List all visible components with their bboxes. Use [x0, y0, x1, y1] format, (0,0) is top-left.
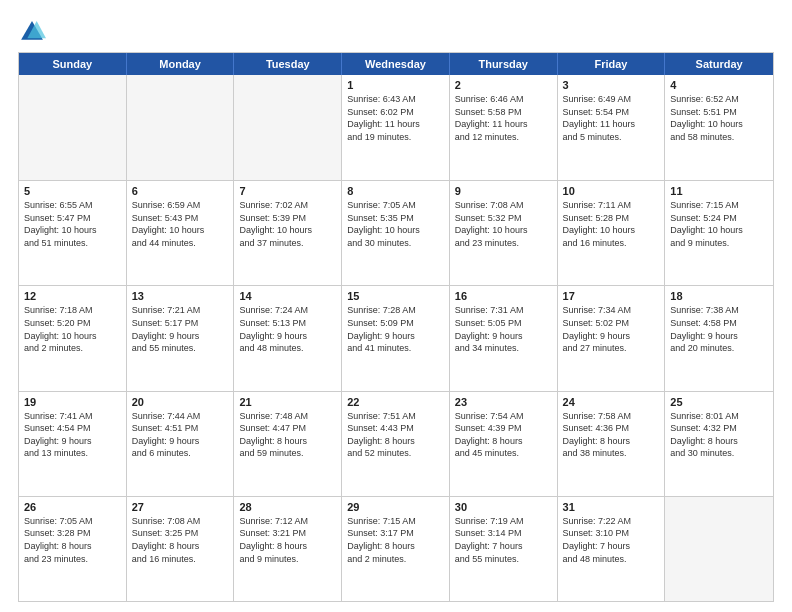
cell-info: Sunrise: 7:12 AM Sunset: 3:21 PM Dayligh… — [239, 515, 336, 565]
calendar-cell-14: 14Sunrise: 7:24 AM Sunset: 5:13 PM Dayli… — [234, 286, 342, 390]
header-day-wednesday: Wednesday — [342, 53, 450, 75]
calendar-cell-9: 9Sunrise: 7:08 AM Sunset: 5:32 PM Daylig… — [450, 181, 558, 285]
day-number: 7 — [239, 185, 336, 197]
day-number: 25 — [670, 396, 768, 408]
day-number: 24 — [563, 396, 660, 408]
calendar-cell-23: 23Sunrise: 7:54 AM Sunset: 4:39 PM Dayli… — [450, 392, 558, 496]
header — [18, 18, 774, 46]
day-number: 31 — [563, 501, 660, 513]
cell-info: Sunrise: 7:38 AM Sunset: 4:58 PM Dayligh… — [670, 304, 768, 354]
day-number: 30 — [455, 501, 552, 513]
calendar-cell-31: 31Sunrise: 7:22 AM Sunset: 3:10 PM Dayli… — [558, 497, 666, 601]
calendar-cell-27: 27Sunrise: 7:08 AM Sunset: 3:25 PM Dayli… — [127, 497, 235, 601]
calendar-cell-25: 25Sunrise: 8:01 AM Sunset: 4:32 PM Dayli… — [665, 392, 773, 496]
cell-info: Sunrise: 7:58 AM Sunset: 4:36 PM Dayligh… — [563, 410, 660, 460]
calendar-row-1: 5Sunrise: 6:55 AM Sunset: 5:47 PM Daylig… — [19, 180, 773, 285]
calendar-cell-28: 28Sunrise: 7:12 AM Sunset: 3:21 PM Dayli… — [234, 497, 342, 601]
header-day-sunday: Sunday — [19, 53, 127, 75]
calendar-cell-12: 12Sunrise: 7:18 AM Sunset: 5:20 PM Dayli… — [19, 286, 127, 390]
cell-info: Sunrise: 6:43 AM Sunset: 6:02 PM Dayligh… — [347, 93, 444, 143]
calendar-cell-30: 30Sunrise: 7:19 AM Sunset: 3:14 PM Dayli… — [450, 497, 558, 601]
logo — [18, 18, 50, 46]
cell-info: Sunrise: 6:49 AM Sunset: 5:54 PM Dayligh… — [563, 93, 660, 143]
calendar-cell-6: 6Sunrise: 6:59 AM Sunset: 5:43 PM Daylig… — [127, 181, 235, 285]
day-number: 15 — [347, 290, 444, 302]
day-number: 4 — [670, 79, 768, 91]
calendar-cell-22: 22Sunrise: 7:51 AM Sunset: 4:43 PM Dayli… — [342, 392, 450, 496]
cell-info: Sunrise: 6:46 AM Sunset: 5:58 PM Dayligh… — [455, 93, 552, 143]
header-day-saturday: Saturday — [665, 53, 773, 75]
cell-info: Sunrise: 7:41 AM Sunset: 4:54 PM Dayligh… — [24, 410, 121, 460]
calendar-cell-15: 15Sunrise: 7:28 AM Sunset: 5:09 PM Dayli… — [342, 286, 450, 390]
calendar-cell-4: 4Sunrise: 6:52 AM Sunset: 5:51 PM Daylig… — [665, 75, 773, 180]
header-day-tuesday: Tuesday — [234, 53, 342, 75]
cell-info: Sunrise: 7:05 AM Sunset: 3:28 PM Dayligh… — [24, 515, 121, 565]
header-day-friday: Friday — [558, 53, 666, 75]
cell-info: Sunrise: 7:15 AM Sunset: 3:17 PM Dayligh… — [347, 515, 444, 565]
calendar-cell-empty — [234, 75, 342, 180]
day-number: 19 — [24, 396, 121, 408]
calendar-cell-19: 19Sunrise: 7:41 AM Sunset: 4:54 PM Dayli… — [19, 392, 127, 496]
cell-info: Sunrise: 7:51 AM Sunset: 4:43 PM Dayligh… — [347, 410, 444, 460]
calendar-cell-5: 5Sunrise: 6:55 AM Sunset: 5:47 PM Daylig… — [19, 181, 127, 285]
day-number: 29 — [347, 501, 444, 513]
calendar-header: SundayMondayTuesdayWednesdayThursdayFrid… — [19, 53, 773, 75]
day-number: 8 — [347, 185, 444, 197]
cell-info: Sunrise: 6:52 AM Sunset: 5:51 PM Dayligh… — [670, 93, 768, 143]
day-number: 13 — [132, 290, 229, 302]
cell-info: Sunrise: 7:44 AM Sunset: 4:51 PM Dayligh… — [132, 410, 229, 460]
day-number: 6 — [132, 185, 229, 197]
calendar-cell-1: 1Sunrise: 6:43 AM Sunset: 6:02 PM Daylig… — [342, 75, 450, 180]
calendar-cell-7: 7Sunrise: 7:02 AM Sunset: 5:39 PM Daylig… — [234, 181, 342, 285]
day-number: 2 — [455, 79, 552, 91]
logo-icon — [18, 18, 46, 46]
day-number: 16 — [455, 290, 552, 302]
day-number: 26 — [24, 501, 121, 513]
cell-info: Sunrise: 7:28 AM Sunset: 5:09 PM Dayligh… — [347, 304, 444, 354]
day-number: 22 — [347, 396, 444, 408]
calendar-row-0: 1Sunrise: 6:43 AM Sunset: 6:02 PM Daylig… — [19, 75, 773, 180]
calendar-cell-empty — [665, 497, 773, 601]
day-number: 10 — [563, 185, 660, 197]
calendar-row-4: 26Sunrise: 7:05 AM Sunset: 3:28 PM Dayli… — [19, 496, 773, 601]
calendar-cell-26: 26Sunrise: 7:05 AM Sunset: 3:28 PM Dayli… — [19, 497, 127, 601]
day-number: 20 — [132, 396, 229, 408]
calendar-cell-empty — [19, 75, 127, 180]
cell-info: Sunrise: 7:08 AM Sunset: 3:25 PM Dayligh… — [132, 515, 229, 565]
day-number: 14 — [239, 290, 336, 302]
calendar-cell-21: 21Sunrise: 7:48 AM Sunset: 4:47 PM Dayli… — [234, 392, 342, 496]
cell-info: Sunrise: 7:08 AM Sunset: 5:32 PM Dayligh… — [455, 199, 552, 249]
cell-info: Sunrise: 7:18 AM Sunset: 5:20 PM Dayligh… — [24, 304, 121, 354]
cell-info: Sunrise: 7:11 AM Sunset: 5:28 PM Dayligh… — [563, 199, 660, 249]
calendar-cell-2: 2Sunrise: 6:46 AM Sunset: 5:58 PM Daylig… — [450, 75, 558, 180]
calendar-cell-20: 20Sunrise: 7:44 AM Sunset: 4:51 PM Dayli… — [127, 392, 235, 496]
calendar: SundayMondayTuesdayWednesdayThursdayFrid… — [18, 52, 774, 602]
cell-info: Sunrise: 7:22 AM Sunset: 3:10 PM Dayligh… — [563, 515, 660, 565]
day-number: 27 — [132, 501, 229, 513]
cell-info: Sunrise: 7:02 AM Sunset: 5:39 PM Dayligh… — [239, 199, 336, 249]
day-number: 23 — [455, 396, 552, 408]
calendar-cell-13: 13Sunrise: 7:21 AM Sunset: 5:17 PM Dayli… — [127, 286, 235, 390]
day-number: 9 — [455, 185, 552, 197]
day-number: 11 — [670, 185, 768, 197]
cell-info: Sunrise: 7:54 AM Sunset: 4:39 PM Dayligh… — [455, 410, 552, 460]
cell-info: Sunrise: 7:21 AM Sunset: 5:17 PM Dayligh… — [132, 304, 229, 354]
calendar-cell-11: 11Sunrise: 7:15 AM Sunset: 5:24 PM Dayli… — [665, 181, 773, 285]
day-number: 5 — [24, 185, 121, 197]
calendar-cell-10: 10Sunrise: 7:11 AM Sunset: 5:28 PM Dayli… — [558, 181, 666, 285]
day-number: 18 — [670, 290, 768, 302]
cell-info: Sunrise: 7:34 AM Sunset: 5:02 PM Dayligh… — [563, 304, 660, 354]
header-day-monday: Monday — [127, 53, 235, 75]
calendar-row-2: 12Sunrise: 7:18 AM Sunset: 5:20 PM Dayli… — [19, 285, 773, 390]
cell-info: Sunrise: 8:01 AM Sunset: 4:32 PM Dayligh… — [670, 410, 768, 460]
day-number: 17 — [563, 290, 660, 302]
cell-info: Sunrise: 6:55 AM Sunset: 5:47 PM Dayligh… — [24, 199, 121, 249]
calendar-body: 1Sunrise: 6:43 AM Sunset: 6:02 PM Daylig… — [19, 75, 773, 601]
calendar-row-3: 19Sunrise: 7:41 AM Sunset: 4:54 PM Dayli… — [19, 391, 773, 496]
day-number: 1 — [347, 79, 444, 91]
day-number: 12 — [24, 290, 121, 302]
calendar-cell-17: 17Sunrise: 7:34 AM Sunset: 5:02 PM Dayli… — [558, 286, 666, 390]
calendar-cell-8: 8Sunrise: 7:05 AM Sunset: 5:35 PM Daylig… — [342, 181, 450, 285]
cell-info: Sunrise: 7:24 AM Sunset: 5:13 PM Dayligh… — [239, 304, 336, 354]
day-number: 21 — [239, 396, 336, 408]
